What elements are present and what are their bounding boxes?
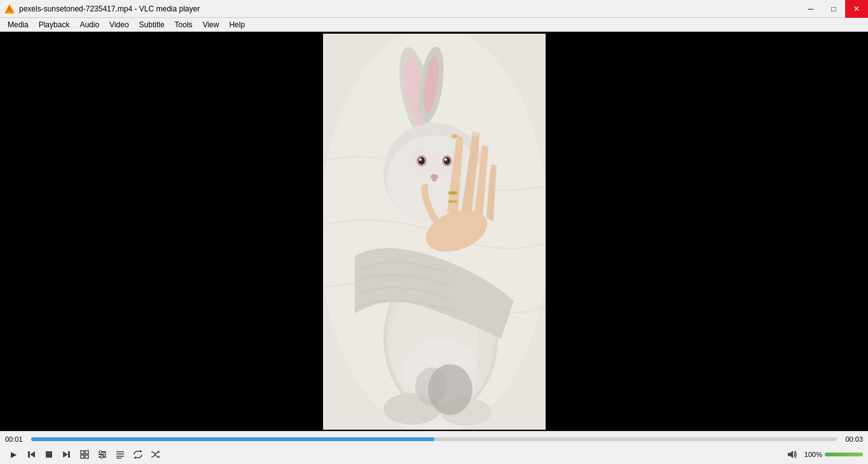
svg-point-32 [451, 134, 458, 138]
svg-point-31 [472, 132, 479, 137]
menu-audio[interactable]: Audio [74, 19, 104, 31]
seek-bar-fill [31, 437, 434, 441]
stop-icon [45, 451, 53, 458]
loop-button[interactable] [130, 447, 146, 462]
fullscreen-icon [80, 450, 89, 459]
svg-marker-35 [28, 451, 30, 458]
svg-point-47 [99, 451, 102, 453]
svg-point-22 [444, 158, 447, 161]
random-button[interactable] [148, 447, 164, 462]
svg-point-20 [444, 157, 450, 165]
seek-bar[interactable] [31, 437, 837, 441]
svg-rect-3 [7, 12, 13, 13]
next-track-icon [62, 450, 71, 459]
maximize-button[interactable]: □ [822, 0, 845, 18]
menu-video[interactable]: Video [104, 19, 134, 31]
extended-settings-button[interactable] [94, 447, 111, 462]
fullscreen-button[interactable] [76, 447, 93, 462]
play-icon: ▶ [11, 450, 17, 459]
svg-rect-34 [448, 200, 457, 203]
svg-marker-55 [134, 456, 136, 459]
video-canvas [323, 34, 546, 430]
control-bar: 00:01 00:03 ▶ [0, 431, 868, 464]
svg-marker-57 [158, 451, 160, 453]
svg-point-48 [103, 453, 106, 456]
svg-point-49 [100, 456, 103, 458]
svg-rect-42 [81, 455, 84, 458]
loop-icon [133, 450, 143, 459]
svg-rect-2 [8, 11, 11, 12]
next-track-button[interactable] [59, 447, 75, 462]
video-content [323, 34, 546, 430]
svg-rect-33 [448, 191, 457, 194]
playlist-icon [116, 450, 125, 459]
seek-bar-row: 00:01 00:03 [0, 432, 868, 446]
stop-button[interactable] [41, 447, 57, 462]
menu-help[interactable]: Help [224, 19, 250, 31]
svg-point-19 [418, 157, 425, 165]
vlc-logo-icon [4, 3, 15, 15]
volume-section: 100% [784, 447, 863, 462]
menu-subtitle[interactable]: Subtitle [134, 19, 170, 31]
menu-playback[interactable]: Playback [34, 19, 75, 31]
svg-marker-38 [63, 451, 68, 458]
menu-media[interactable]: Media [3, 19, 34, 31]
svg-rect-41 [85, 451, 88, 454]
svg-marker-56 [158, 456, 160, 458]
prev-track-icon [27, 450, 36, 459]
svg-rect-53 [116, 458, 121, 459]
window-title: pexels-sunsetoned-7235417.mp4 - VLC medi… [19, 4, 200, 13]
playlist-button[interactable] [112, 447, 128, 462]
time-total: 00:03 [841, 435, 863, 443]
svg-rect-40 [81, 451, 84, 454]
close-button[interactable]: ✕ [845, 0, 868, 18]
menu-bar: Media Playback Audio Video Subtitle Tool… [0, 18, 868, 32]
volume-percent: 100% [803, 451, 822, 458]
svg-rect-52 [116, 456, 124, 457]
extended-settings-icon [98, 450, 107, 459]
title-bar-left: pexels-sunsetoned-7235417.mp4 - VLC medi… [4, 3, 200, 15]
time-current: 00:01 [5, 435, 27, 443]
menu-view[interactable]: View [198, 19, 224, 31]
title-bar: pexels-sunsetoned-7235417.mp4 - VLC medi… [0, 0, 868, 18]
svg-point-21 [419, 158, 422, 161]
svg-rect-50 [116, 451, 124, 453]
video-frame [323, 34, 546, 430]
random-icon [151, 450, 161, 459]
svg-rect-43 [85, 455, 88, 458]
volume-bar[interactable] [825, 453, 863, 456]
svg-marker-58 [788, 451, 793, 458]
volume-icon [787, 450, 797, 459]
menu-tools[interactable]: Tools [170, 19, 198, 31]
svg-point-23 [431, 174, 438, 179]
svg-rect-37 [46, 451, 52, 458]
svg-rect-51 [116, 454, 124, 455]
prev-track-button[interactable] [23, 447, 39, 462]
svg-point-28 [415, 367, 447, 406]
minimize-button[interactable]: ─ [799, 0, 822, 18]
window-controls: ─ □ ✕ [799, 0, 868, 18]
controls-row: ▶ [0, 446, 868, 464]
svg-marker-54 [140, 450, 142, 453]
svg-marker-36 [30, 451, 35, 458]
volume-bar-fill [825, 453, 863, 456]
svg-marker-39 [68, 451, 70, 458]
volume-button[interactable] [784, 447, 801, 462]
play-button[interactable]: ▶ [5, 447, 22, 462]
video-area [0, 32, 868, 431]
